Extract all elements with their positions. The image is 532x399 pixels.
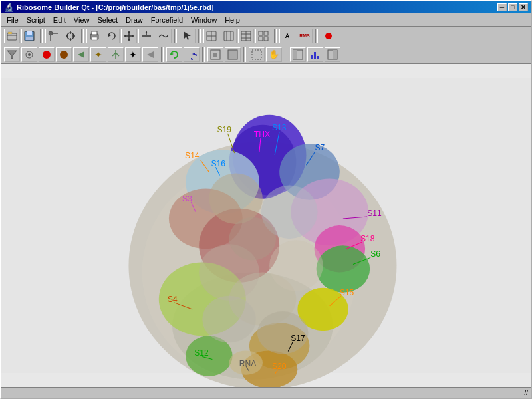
hand-tool[interactable]: ✋ [266, 47, 282, 62]
toolbar-1: Å RMS [1, 27, 531, 45]
menu-draw[interactable]: Draw [122, 15, 147, 25]
wave-button[interactable] [156, 29, 172, 43]
svg-text:S15: S15 [340, 288, 354, 297]
svg-rect-39 [259, 37, 263, 41]
svg-text:S6: S6 [370, 249, 380, 259]
filter-button[interactable] [4, 47, 20, 62]
svg-rect-1 [8, 32, 12, 34]
box-2[interactable] [225, 47, 241, 62]
crosshair-tool[interactable] [63, 29, 78, 43]
refresh-2[interactable] [184, 47, 200, 62]
panel-2[interactable] [325, 47, 340, 62]
svg-text:RNA: RNA [239, 359, 257, 368]
separator-1 [40, 29, 43, 43]
grid-view-1[interactable] [203, 29, 219, 43]
arrow-left-1[interactable] [73, 47, 89, 62]
angstrom-button[interactable]: Å [279, 29, 295, 43]
status-right: // [524, 389, 528, 396]
svg-rect-3 [27, 31, 32, 35]
title-bar-controls: ─ □ ✕ [497, 3, 528, 11]
svg-point-86 [202, 296, 256, 343]
svg-point-84 [269, 240, 323, 291]
svg-marker-48 [171, 53, 174, 55]
svg-rect-52 [228, 50, 237, 59]
close-button[interactable]: ✕ [519, 3, 528, 11]
svg-point-87 [257, 311, 309, 354]
select-box-button[interactable] [249, 47, 265, 62]
branch-button[interactable] [108, 47, 124, 62]
marker-button[interactable]: ✦ [125, 47, 141, 62]
svg-point-80 [209, 173, 263, 224]
grid-view-3[interactable] [238, 29, 254, 43]
svg-marker-47 [147, 51, 154, 58]
chart-button[interactable] [307, 47, 323, 62]
grid-view-4[interactable] [255, 29, 271, 43]
window-title: Ribosome Builder Qt - [C:/proj/rbuilder/… [17, 3, 213, 11]
move-button[interactable] [121, 29, 137, 43]
svg-point-43 [28, 53, 31, 56]
separator-2 [81, 29, 84, 43]
separator-10 [285, 47, 287, 62]
save-button[interactable] [21, 29, 37, 43]
separator-9 [243, 47, 246, 62]
svg-rect-0 [7, 33, 17, 40]
svg-text:S12: S12 [194, 348, 209, 358]
menu-edit[interactable]: Edit [49, 15, 70, 25]
panel-1[interactable] [290, 47, 306, 62]
app-window: 🔬 Ribosome Builder Qt - [C:/proj/rbuilde… [0, 0, 532, 399]
svg-rect-40 [264, 37, 268, 41]
box-1[interactable] [207, 47, 223, 62]
svg-rect-51 [213, 53, 217, 57]
svg-rect-57 [314, 52, 316, 59]
minimize-button[interactable]: ─ [497, 3, 507, 11]
menu-forcefield[interactable]: Forcefield [147, 15, 187, 25]
menu-script[interactable]: Script [23, 15, 49, 25]
separator-4 [198, 29, 201, 43]
refresh-1[interactable] [166, 47, 182, 62]
svg-text:S14: S14 [185, 151, 200, 160]
zoom-button[interactable] [138, 29, 154, 43]
svg-point-45 [60, 51, 68, 59]
svg-marker-21 [124, 35, 126, 37]
rms-button[interactable]: RMS [297, 29, 313, 43]
svg-marker-20 [128, 39, 130, 41]
svg-text:S7: S7 [315, 143, 325, 152]
status-bar: // [1, 387, 531, 398]
menu-window[interactable]: Window [187, 15, 221, 25]
print-button[interactable] [86, 29, 102, 43]
svg-text:S18: S18 [360, 234, 375, 243]
svg-marker-49 [192, 53, 195, 55]
molecular-viewport[interactable]: S13 THX S19 S14 S16 S7 S3 [1, 64, 531, 387]
separator-8 [202, 47, 205, 62]
menu-bar: File Script Edit View Select Draw Forcef… [1, 13, 531, 27]
open-button[interactable] [4, 29, 20, 43]
orbit-button[interactable] [21, 47, 37, 62]
maximize-button[interactable]: □ [508, 3, 517, 11]
menu-view[interactable]: View [70, 15, 94, 25]
menu-file[interactable]: File [3, 15, 23, 25]
svg-marker-19 [128, 31, 130, 33]
svg-text:S17: S17 [291, 334, 305, 343]
grid-view-2[interactable] [221, 29, 237, 43]
svg-point-41 [325, 33, 332, 39]
menu-help[interactable]: Help [221, 15, 244, 25]
svg-text:S3: S3 [182, 194, 192, 203]
red-indicator [321, 29, 336, 43]
menu-select[interactable]: Select [93, 15, 122, 25]
star-button[interactable]: ✦ [90, 47, 106, 62]
rotate-button[interactable] [104, 29, 120, 43]
select-tool[interactable] [45, 29, 61, 43]
svg-rect-14 [92, 31, 97, 35]
red-atom[interactable] [39, 47, 55, 62]
svg-rect-15 [92, 37, 97, 40]
svg-text:THX: THX [254, 130, 270, 139]
arrow-select[interactable] [180, 29, 196, 43]
svg-marker-25 [145, 31, 148, 33]
arrow-left-2[interactable] [142, 47, 158, 62]
svg-marker-46 [78, 51, 84, 58]
svg-rect-53 [252, 50, 261, 59]
svg-rect-56 [311, 55, 313, 59]
svg-rect-37 [259, 31, 263, 35]
brown-atom[interactable] [56, 47, 72, 62]
title-bar-left: 🔬 Ribosome Builder Qt - [C:/proj/rbuilde… [4, 3, 213, 12]
